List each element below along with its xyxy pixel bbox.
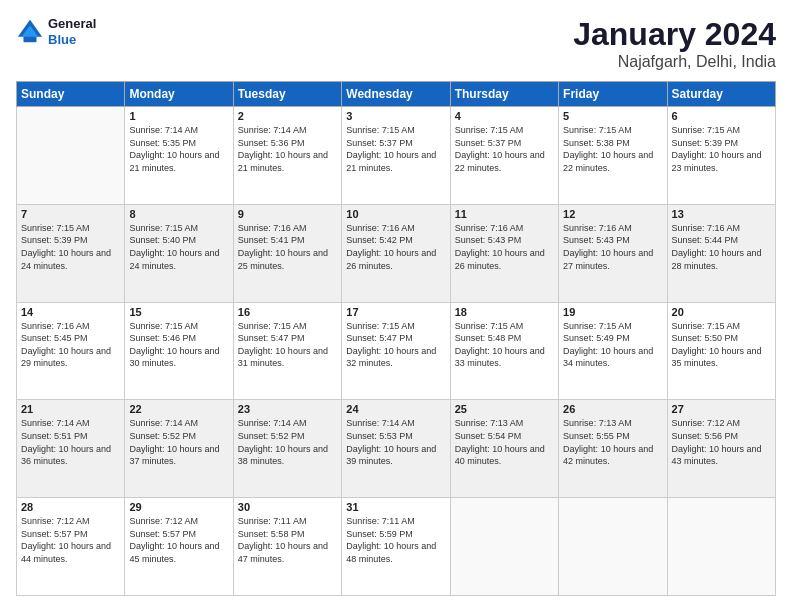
svg-rect-2 bbox=[23, 36, 36, 42]
day-number: 29 bbox=[129, 501, 228, 513]
day-info: Sunrise: 7:15 AM Sunset: 5:47 PM Dayligh… bbox=[238, 320, 337, 370]
day-number: 3 bbox=[346, 110, 445, 122]
calendar-cell: 17 Sunrise: 7:15 AM Sunset: 5:47 PM Dayl… bbox=[342, 302, 450, 400]
logo: General Blue bbox=[16, 16, 96, 47]
day-number: 18 bbox=[455, 306, 554, 318]
day-number: 26 bbox=[563, 403, 662, 415]
calendar-week-row: 14 Sunrise: 7:16 AM Sunset: 5:45 PM Dayl… bbox=[17, 302, 776, 400]
day-number: 27 bbox=[672, 403, 771, 415]
day-number: 2 bbox=[238, 110, 337, 122]
calendar-cell: 9 Sunrise: 7:16 AM Sunset: 5:41 PM Dayli… bbox=[233, 204, 341, 302]
logo-icon bbox=[16, 18, 44, 46]
header-cell-friday: Friday bbox=[559, 82, 667, 107]
day-number: 12 bbox=[563, 208, 662, 220]
header-cell-thursday: Thursday bbox=[450, 82, 558, 107]
day-info: Sunrise: 7:16 AM Sunset: 5:43 PM Dayligh… bbox=[563, 222, 662, 272]
day-info: Sunrise: 7:14 AM Sunset: 5:35 PM Dayligh… bbox=[129, 124, 228, 174]
day-number: 16 bbox=[238, 306, 337, 318]
calendar-cell: 24 Sunrise: 7:14 AM Sunset: 5:53 PM Dayl… bbox=[342, 400, 450, 498]
calendar-cell: 3 Sunrise: 7:15 AM Sunset: 5:37 PM Dayli… bbox=[342, 107, 450, 205]
day-info: Sunrise: 7:16 AM Sunset: 5:42 PM Dayligh… bbox=[346, 222, 445, 272]
day-info: Sunrise: 7:15 AM Sunset: 5:37 PM Dayligh… bbox=[346, 124, 445, 174]
calendar-cell: 27 Sunrise: 7:12 AM Sunset: 5:56 PM Dayl… bbox=[667, 400, 775, 498]
header-cell-wednesday: Wednesday bbox=[342, 82, 450, 107]
day-number: 15 bbox=[129, 306, 228, 318]
header-cell-monday: Monday bbox=[125, 82, 233, 107]
calendar-cell: 30 Sunrise: 7:11 AM Sunset: 5:58 PM Dayl… bbox=[233, 498, 341, 596]
calendar-cell bbox=[450, 498, 558, 596]
calendar-cell: 31 Sunrise: 7:11 AM Sunset: 5:59 PM Dayl… bbox=[342, 498, 450, 596]
calendar-week-row: 28 Sunrise: 7:12 AM Sunset: 5:57 PM Dayl… bbox=[17, 498, 776, 596]
day-info: Sunrise: 7:14 AM Sunset: 5:53 PM Dayligh… bbox=[346, 417, 445, 467]
calendar-table: SundayMondayTuesdayWednesdayThursdayFrid… bbox=[16, 81, 776, 596]
day-info: Sunrise: 7:12 AM Sunset: 5:56 PM Dayligh… bbox=[672, 417, 771, 467]
day-info: Sunrise: 7:15 AM Sunset: 5:49 PM Dayligh… bbox=[563, 320, 662, 370]
day-info: Sunrise: 7:14 AM Sunset: 5:52 PM Dayligh… bbox=[238, 417, 337, 467]
calendar-cell: 20 Sunrise: 7:15 AM Sunset: 5:50 PM Dayl… bbox=[667, 302, 775, 400]
day-info: Sunrise: 7:15 AM Sunset: 5:39 PM Dayligh… bbox=[21, 222, 120, 272]
page: General Blue January 2024 Najafgarh, Del… bbox=[0, 0, 792, 612]
day-info: Sunrise: 7:14 AM Sunset: 5:51 PM Dayligh… bbox=[21, 417, 120, 467]
calendar-cell: 15 Sunrise: 7:15 AM Sunset: 5:46 PM Dayl… bbox=[125, 302, 233, 400]
day-number: 4 bbox=[455, 110, 554, 122]
calendar-week-row: 7 Sunrise: 7:15 AM Sunset: 5:39 PM Dayli… bbox=[17, 204, 776, 302]
header-cell-sunday: Sunday bbox=[17, 82, 125, 107]
day-number: 22 bbox=[129, 403, 228, 415]
day-number: 10 bbox=[346, 208, 445, 220]
day-info: Sunrise: 7:13 AM Sunset: 5:55 PM Dayligh… bbox=[563, 417, 662, 467]
calendar-week-row: 1 Sunrise: 7:14 AM Sunset: 5:35 PM Dayli… bbox=[17, 107, 776, 205]
day-number: 24 bbox=[346, 403, 445, 415]
calendar-title: January 2024 bbox=[573, 16, 776, 53]
calendar-cell bbox=[17, 107, 125, 205]
calendar-subtitle: Najafgarh, Delhi, India bbox=[573, 53, 776, 71]
calendar-cell: 29 Sunrise: 7:12 AM Sunset: 5:57 PM Dayl… bbox=[125, 498, 233, 596]
calendar-cell: 28 Sunrise: 7:12 AM Sunset: 5:57 PM Dayl… bbox=[17, 498, 125, 596]
day-number: 6 bbox=[672, 110, 771, 122]
day-info: Sunrise: 7:15 AM Sunset: 5:48 PM Dayligh… bbox=[455, 320, 554, 370]
day-number: 17 bbox=[346, 306, 445, 318]
calendar-cell: 14 Sunrise: 7:16 AM Sunset: 5:45 PM Dayl… bbox=[17, 302, 125, 400]
day-number: 5 bbox=[563, 110, 662, 122]
calendar-cell: 1 Sunrise: 7:14 AM Sunset: 5:35 PM Dayli… bbox=[125, 107, 233, 205]
day-info: Sunrise: 7:15 AM Sunset: 5:47 PM Dayligh… bbox=[346, 320, 445, 370]
day-info: Sunrise: 7:15 AM Sunset: 5:37 PM Dayligh… bbox=[455, 124, 554, 174]
day-number: 11 bbox=[455, 208, 554, 220]
calendar-cell: 23 Sunrise: 7:14 AM Sunset: 5:52 PM Dayl… bbox=[233, 400, 341, 498]
day-info: Sunrise: 7:15 AM Sunset: 5:50 PM Dayligh… bbox=[672, 320, 771, 370]
day-info: Sunrise: 7:11 AM Sunset: 5:59 PM Dayligh… bbox=[346, 515, 445, 565]
day-number: 21 bbox=[21, 403, 120, 415]
calendar-cell: 4 Sunrise: 7:15 AM Sunset: 5:37 PM Dayli… bbox=[450, 107, 558, 205]
day-number: 7 bbox=[21, 208, 120, 220]
day-info: Sunrise: 7:16 AM Sunset: 5:43 PM Dayligh… bbox=[455, 222, 554, 272]
calendar-week-row: 21 Sunrise: 7:14 AM Sunset: 5:51 PM Dayl… bbox=[17, 400, 776, 498]
day-info: Sunrise: 7:14 AM Sunset: 5:36 PM Dayligh… bbox=[238, 124, 337, 174]
day-info: Sunrise: 7:13 AM Sunset: 5:54 PM Dayligh… bbox=[455, 417, 554, 467]
day-number: 8 bbox=[129, 208, 228, 220]
day-number: 31 bbox=[346, 501, 445, 513]
calendar-cell: 19 Sunrise: 7:15 AM Sunset: 5:49 PM Dayl… bbox=[559, 302, 667, 400]
calendar-header-row: SundayMondayTuesdayWednesdayThursdayFrid… bbox=[17, 82, 776, 107]
day-info: Sunrise: 7:15 AM Sunset: 5:46 PM Dayligh… bbox=[129, 320, 228, 370]
calendar-cell: 26 Sunrise: 7:13 AM Sunset: 5:55 PM Dayl… bbox=[559, 400, 667, 498]
day-info: Sunrise: 7:16 AM Sunset: 5:45 PM Dayligh… bbox=[21, 320, 120, 370]
day-number: 23 bbox=[238, 403, 337, 415]
calendar-cell: 5 Sunrise: 7:15 AM Sunset: 5:38 PM Dayli… bbox=[559, 107, 667, 205]
header-cell-tuesday: Tuesday bbox=[233, 82, 341, 107]
calendar-cell: 16 Sunrise: 7:15 AM Sunset: 5:47 PM Dayl… bbox=[233, 302, 341, 400]
calendar-cell: 11 Sunrise: 7:16 AM Sunset: 5:43 PM Dayl… bbox=[450, 204, 558, 302]
calendar-cell bbox=[667, 498, 775, 596]
logo-text: General Blue bbox=[48, 16, 96, 47]
day-number: 9 bbox=[238, 208, 337, 220]
calendar-cell: 22 Sunrise: 7:14 AM Sunset: 5:52 PM Dayl… bbox=[125, 400, 233, 498]
calendar-cell: 25 Sunrise: 7:13 AM Sunset: 5:54 PM Dayl… bbox=[450, 400, 558, 498]
calendar-cell: 8 Sunrise: 7:15 AM Sunset: 5:40 PM Dayli… bbox=[125, 204, 233, 302]
day-info: Sunrise: 7:16 AM Sunset: 5:44 PM Dayligh… bbox=[672, 222, 771, 272]
day-number: 20 bbox=[672, 306, 771, 318]
day-number: 13 bbox=[672, 208, 771, 220]
calendar-cell bbox=[559, 498, 667, 596]
calendar-cell: 18 Sunrise: 7:15 AM Sunset: 5:48 PM Dayl… bbox=[450, 302, 558, 400]
calendar-cell: 7 Sunrise: 7:15 AM Sunset: 5:39 PM Dayli… bbox=[17, 204, 125, 302]
day-info: Sunrise: 7:15 AM Sunset: 5:40 PM Dayligh… bbox=[129, 222, 228, 272]
calendar-cell: 10 Sunrise: 7:16 AM Sunset: 5:42 PM Dayl… bbox=[342, 204, 450, 302]
day-info: Sunrise: 7:15 AM Sunset: 5:39 PM Dayligh… bbox=[672, 124, 771, 174]
